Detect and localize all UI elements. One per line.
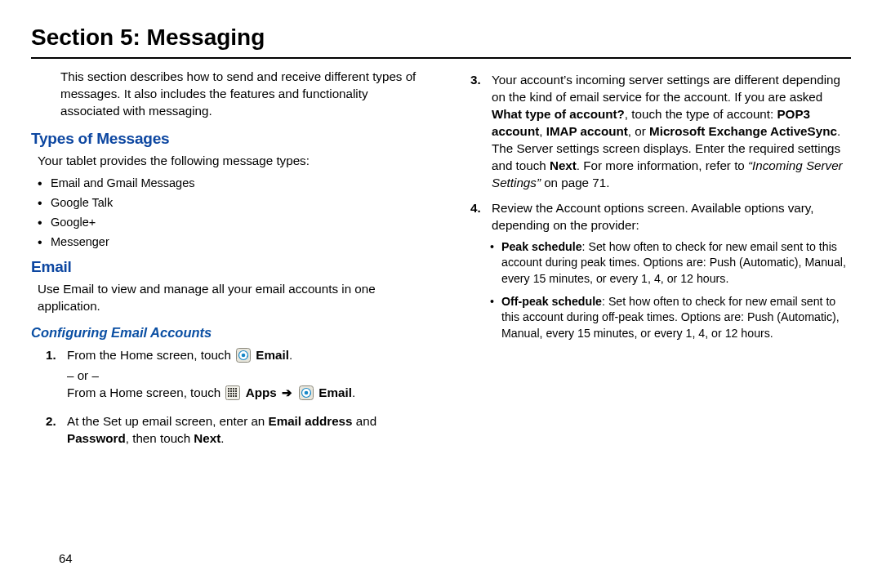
- svg-rect-17: [230, 395, 232, 397]
- step3-ms: Microsoft Exchange ActiveSync: [649, 124, 837, 138]
- steps-list-right: Your account’s incoming server settings …: [470, 72, 851, 341]
- types-list: Email and Gmail Messages Google Talk Goo…: [38, 175, 426, 250]
- period: .: [220, 431, 224, 445]
- types-intro: Your tablet provides the following messa…: [38, 153, 426, 170]
- svg-rect-5: [230, 388, 232, 390]
- step2-then: , then touch: [126, 431, 194, 445]
- step3-a: Your account’s incoming server settings …: [492, 73, 840, 104]
- list-item: Google Talk: [38, 194, 426, 211]
- svg-rect-14: [233, 393, 234, 394]
- svg-rect-19: [235, 395, 237, 397]
- step1-apps-bold: Apps: [246, 385, 277, 399]
- svg-rect-4: [228, 388, 229, 390]
- svg-rect-15: [235, 393, 237, 394]
- intro-paragraph: This section describes how to send and r…: [60, 69, 426, 120]
- step2-emailaddr: Email address: [269, 414, 353, 428]
- period: .: [289, 348, 292, 362]
- step1-or: – or –: [67, 368, 426, 385]
- comma1: ,: [539, 124, 546, 138]
- two-column-layout: This section describes how to send and r…: [31, 69, 851, 456]
- email-app-icon: [299, 385, 314, 405]
- types-heading: Types of Messages: [31, 128, 426, 149]
- svg-rect-16: [228, 395, 229, 397]
- steps-list-left: From the Home screen, touch Email. – or …: [46, 347, 426, 448]
- step1-email-bold-2: Email: [318, 385, 352, 399]
- svg-rect-8: [228, 390, 229, 392]
- step-2: At the Set up email screen, enter an Ema…: [46, 413, 426, 448]
- step2-password: Password: [67, 431, 126, 445]
- period: .: [837, 124, 840, 138]
- left-column: This section describes how to send and r…: [31, 69, 426, 456]
- step-3: Your account’s incoming server settings …: [470, 72, 851, 192]
- svg-rect-11: [235, 390, 237, 392]
- period: .: [352, 385, 355, 399]
- list-item: Google+: [38, 214, 426, 230]
- svg-point-2: [242, 354, 246, 358]
- email-app-icon: [236, 348, 251, 368]
- step1-text-b: From a Home screen, touch: [67, 385, 224, 399]
- step3-q: What type of account?: [492, 107, 625, 121]
- svg-rect-6: [233, 388, 234, 390]
- title-rule: [31, 57, 851, 59]
- right-column: Your account’s incoming server settings …: [456, 69, 851, 456]
- list-item: Messenger: [38, 234, 426, 250]
- step4-a: Review the Account options screen. Avail…: [492, 201, 814, 232]
- section-title: Section 5: Messaging: [31, 24, 851, 51]
- step2-and: and: [353, 414, 377, 428]
- apps-grid-icon: [225, 385, 240, 405]
- svg-point-22: [305, 391, 309, 395]
- svg-rect-7: [235, 388, 237, 390]
- list-item: Email and Gmail Messages: [38, 175, 426, 191]
- manual-page: Section 5: Messaging This section descri…: [0, 0, 882, 588]
- peak-label: Peak schedule: [501, 240, 582, 253]
- config-heading: Configuring Email Accounts: [31, 323, 426, 342]
- step2-next: Next: [194, 431, 220, 445]
- step3-imap: IMAP account: [546, 124, 628, 138]
- svg-rect-10: [233, 390, 234, 392]
- list-item: Peak schedule: Set how often to check fo…: [490, 239, 851, 287]
- email-heading: Email: [31, 256, 426, 278]
- page-number: 64: [59, 551, 73, 565]
- comma2: , or: [628, 124, 649, 138]
- list-item: Off-peak schedule: Set how often to chec…: [490, 294, 851, 342]
- step4-options-list: Peak schedule: Set how often to check fo…: [490, 239, 851, 342]
- svg-rect-9: [230, 390, 232, 392]
- svg-rect-12: [228, 393, 229, 394]
- arrow-icon: ➔: [282, 385, 292, 399]
- offpeak-label: Off-peak schedule: [501, 295, 602, 308]
- svg-rect-13: [230, 393, 232, 394]
- step3-e: . For more information, refer to: [577, 158, 748, 172]
- step3-onpage: on page 71.: [541, 176, 609, 189]
- step-1: From the Home screen, touch Email. – or …: [46, 347, 426, 405]
- step1-text-a: From the Home screen, touch: [67, 348, 234, 362]
- email-intro: Use Email to view and manage all your em…: [38, 281, 426, 315]
- svg-rect-18: [233, 395, 234, 397]
- step3-b: , touch the type of account:: [625, 107, 777, 121]
- step3-next: Next: [550, 158, 577, 172]
- step2-text-a: At the Set up email screen, enter an: [67, 414, 269, 428]
- step1-email-bold: Email: [256, 348, 289, 362]
- step-4: Review the Account options screen. Avail…: [470, 200, 851, 342]
